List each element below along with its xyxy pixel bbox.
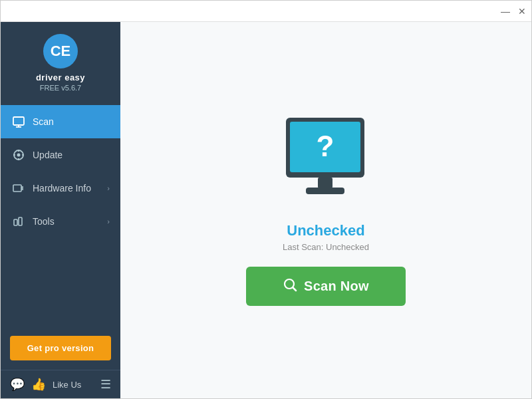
tools-icon (11, 214, 26, 229)
hardware-info-icon (11, 181, 26, 196)
main-layout: CE driver easy FREE v5.6.7 Scan (1, 22, 531, 398)
svg-point-6 (17, 154, 21, 157)
thumb-up-icon: 👍 (31, 377, 46, 392)
monitor-illustration: ? (273, 114, 379, 207)
scan-now-icon (283, 277, 297, 295)
sidebar-item-update[interactable]: Update (1, 138, 120, 172)
sidebar-item-scan[interactable]: Scan (1, 105, 120, 138)
sidebar-item-tools-label: Tools (33, 216, 55, 227)
logo-area: CE driver easy FREE v5.6.7 (1, 22, 120, 102)
svg-rect-15 (14, 219, 17, 225)
title-bar: — ✕ (1, 1, 531, 22)
svg-text:?: ? (317, 130, 334, 162)
svg-rect-21 (306, 188, 344, 194)
update-icon (11, 148, 26, 162)
sidebar-item-update-label: Update (33, 150, 63, 160)
get-pro-button[interactable]: Get pro version (10, 336, 111, 360)
scan-center: ? Unchecked Last Scan: Unchecked (246, 114, 406, 306)
app-logo: CE (43, 34, 78, 68)
list-icon[interactable]: ☰ (100, 377, 111, 392)
close-button[interactable]: ✕ (518, 7, 526, 16)
like-us-label[interactable]: Like Us (53, 380, 81, 390)
app-window: — ✕ CE driver easy FREE v5.6.7 (0, 0, 532, 399)
status-title: Unchecked (287, 222, 364, 239)
svg-rect-20 (318, 178, 332, 188)
svg-rect-2 (13, 117, 24, 125)
chat-icon[interactable]: 💬 (10, 377, 25, 392)
scan-icon (11, 114, 26, 129)
logo-version: FREE v5.6.7 (40, 84, 81, 92)
monitor-svg: ? (273, 114, 379, 207)
sidebar-item-hardware-info-label: Hardware Info (33, 183, 91, 194)
scan-now-button[interactable]: Scan Now (246, 267, 406, 306)
hardware-info-chevron: › (107, 184, 110, 192)
nav-items: Scan Update (1, 102, 120, 329)
scan-now-label: Scan Now (304, 279, 369, 294)
tools-chevron: › (107, 217, 110, 225)
svg-text:CE: CE (51, 43, 71, 59)
last-scan-label: Last Scan: Unchecked (283, 242, 369, 252)
title-bar-controls: — ✕ (501, 7, 526, 16)
svg-rect-11 (13, 185, 21, 192)
sidebar-bottom: 💬 👍 Like Us ☰ (1, 370, 120, 398)
svg-line-23 (293, 288, 297, 291)
sidebar-item-hardware-info[interactable]: Hardware Info › (1, 172, 120, 205)
sidebar-item-scan-label: Scan (33, 116, 54, 127)
sidebar: CE driver easy FREE v5.6.7 Scan (1, 22, 120, 398)
svg-rect-16 (19, 217, 22, 225)
logo-title: driver easy (36, 72, 85, 82)
content-area: ? Unchecked Last Scan: Unchecked (120, 22, 531, 398)
sidebar-item-tools[interactable]: Tools › (1, 205, 120, 238)
minimize-button[interactable]: — (501, 7, 510, 16)
